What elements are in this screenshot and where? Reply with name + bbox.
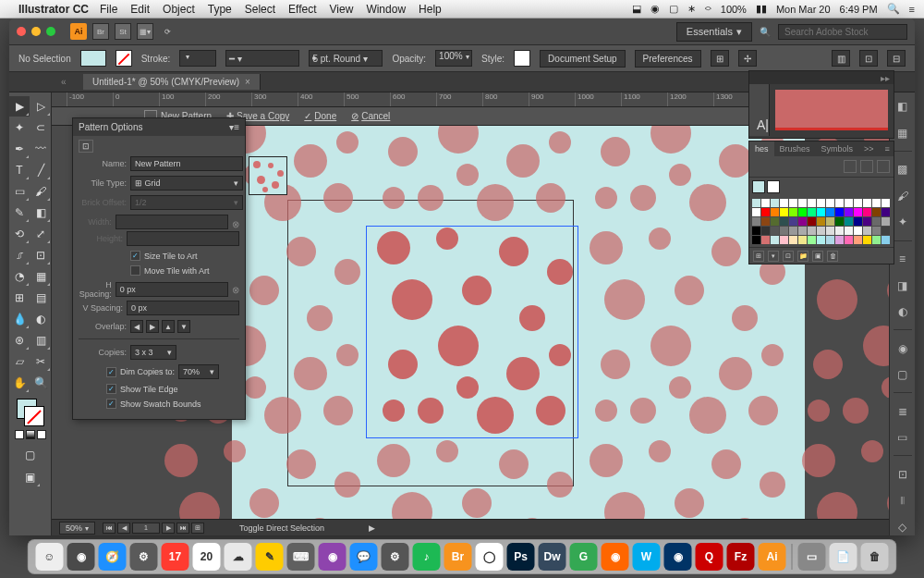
menu-type[interactable]: Type [208,3,232,16]
swatch-cell[interactable] [780,227,788,235]
dock-app[interactable]: ◉ [602,543,629,571]
overlap-left[interactable]: ◀ [130,320,143,333]
swatch-cell[interactable] [808,217,816,226]
dock-app[interactable]: 🗑 [861,543,889,571]
variable-width-profile[interactable]: ━▾ [225,50,299,67]
line-tool[interactable]: ╱ [30,160,51,180]
pager-nav[interactable]: ⊞ [191,523,204,534]
swatch-cell[interactable] [845,217,853,226]
gpu-icon[interactable]: ⟳ [159,23,176,40]
swatch-cell[interactable] [854,227,862,235]
maximize-window-button[interactable] [46,27,55,36]
swatch-options-icon[interactable]: ⊡ [783,251,794,262]
dock-app[interactable]: ⌨ [287,543,315,571]
swatch-cell[interactable] [798,236,807,244]
swatch-cell[interactable] [771,217,779,226]
selection-tool[interactable]: ▶ [9,96,30,117]
dock-styles-icon[interactable]: ▢ [894,366,912,384]
menubar-time[interactable]: 6:49 PM [840,4,878,15]
swatch-cell[interactable] [789,236,797,244]
tab-symbols[interactable]: Symbols [816,141,859,156]
dock-stroke-icon[interactable]: ≡ [894,251,912,268]
swatch-cell[interactable] [854,236,862,244]
swatch-cell[interactable] [789,208,797,216]
dock-artboards-icon[interactable]: ▭ [894,429,912,447]
dock-color-icon[interactable]: ◧ [894,98,912,116]
perspective-tool[interactable]: ▦ [30,266,51,287]
swatch-cell[interactable] [752,217,760,226]
swatch-cell[interactable] [761,227,770,235]
tab-nav-icon[interactable]: « [61,77,67,87]
mesh-tool[interactable]: ⊞ [9,288,30,308]
pager-next[interactable]: ▶ [162,523,175,534]
swatch-cell[interactable] [808,199,816,207]
delete-swatch-icon[interactable]: 🗑 [827,251,838,262]
swatch-cell[interactable] [863,236,871,244]
menu-icon[interactable]: ≡ [909,4,915,15]
swatch-cell[interactable] [881,199,890,207]
swatch-view-large-icon[interactable] [877,160,890,173]
pen-tool[interactable]: ✒ [9,139,30,159]
dock-app[interactable]: ⚙ [130,543,158,571]
swatch-cell[interactable] [780,199,788,207]
dock-app[interactable]: W [633,543,661,571]
swatch-cell[interactable] [771,227,779,235]
close-tab-icon[interactable]: × [245,77,250,87]
pager-first[interactable]: ⏮ [103,523,116,534]
swatch-cell[interactable] [826,227,834,235]
dock-app[interactable]: Br [444,543,472,571]
pattern-name-input[interactable] [130,156,243,171]
style-swatch[interactable] [514,50,530,67]
swatch-cell[interactable] [826,236,834,244]
dock-app[interactable]: ◉ [664,543,692,571]
paintbrush-tool[interactable]: 🖌 [30,181,51,202]
h-spacing-input[interactable] [116,282,228,297]
adobe-stock-search-input[interactable] [778,24,907,40]
pager-current[interactable]: 1 [132,523,160,534]
swatch-cell[interactable] [835,236,844,244]
color-mode-none[interactable] [37,430,46,439]
swatch-cell[interactable] [752,227,760,235]
menu-window[interactable]: Window [366,3,406,16]
dock-appearance-icon[interactable]: ◉ [894,339,912,357]
swatch-cell[interactable] [854,217,862,226]
overlap-top[interactable]: ▲ [162,320,175,333]
show-tile-edge-checkbox[interactable]: ✓ [106,384,116,394]
swatch-cell[interactable] [872,227,881,235]
dock-app[interactable]: ◯ [476,543,504,571]
zoom-tool[interactable]: 🔍 [30,373,51,393]
minimize-window-button[interactable] [31,27,41,36]
dock-app[interactable]: 📄 [830,543,857,571]
new-swatch-icon[interactable]: ▣ [812,251,823,262]
swatch-cell[interactable] [808,208,816,216]
bridge-icon[interactable]: Br [92,23,109,40]
swatch-cell[interactable] [845,199,853,207]
dock-app[interactable]: 🧭 [99,543,127,571]
swatch-cell[interactable] [826,199,834,207]
pager-prev[interactable]: ◀ [117,523,130,534]
graph-tool[interactable]: ▥ [30,330,51,350]
panel-expand-icon[interactable]: >> [858,141,880,156]
swatch-cell[interactable] [798,217,807,226]
free-transform-tool[interactable]: ⊡ [30,245,51,265]
dock-app[interactable]: Ps [507,543,535,571]
swatch-cell[interactable] [835,217,844,226]
dock-app[interactable]: ☺ [36,543,64,571]
swatch-cell[interactable] [780,217,788,226]
pattern-tile-tool-icon[interactable]: ⊡ [79,140,93,153]
tile-type-select[interactable]: ⊞ Grid▾ [130,176,243,191]
eraser-tool[interactable]: ◧ [30,203,51,223]
swatch-cell[interactable] [845,208,853,216]
blend-tool[interactable]: ◐ [30,309,51,329]
swatch-cell[interactable] [845,236,853,244]
misc-icon-1[interactable]: ▥ [832,50,850,67]
swatch-cell[interactable] [845,227,853,235]
preferences-button[interactable]: Preferences [635,50,701,68]
swatch-lib-icon[interactable]: ⊞ [753,251,764,262]
dock-app[interactable]: ☁ [225,543,252,571]
panel-menu-icon[interactable]: ▾≡ [229,122,239,132]
swatch-cell[interactable] [826,217,834,226]
menu-select[interactable]: Select [245,3,275,16]
menu-object[interactable]: Object [163,3,195,16]
v-spacing-input[interactable] [127,301,239,315]
